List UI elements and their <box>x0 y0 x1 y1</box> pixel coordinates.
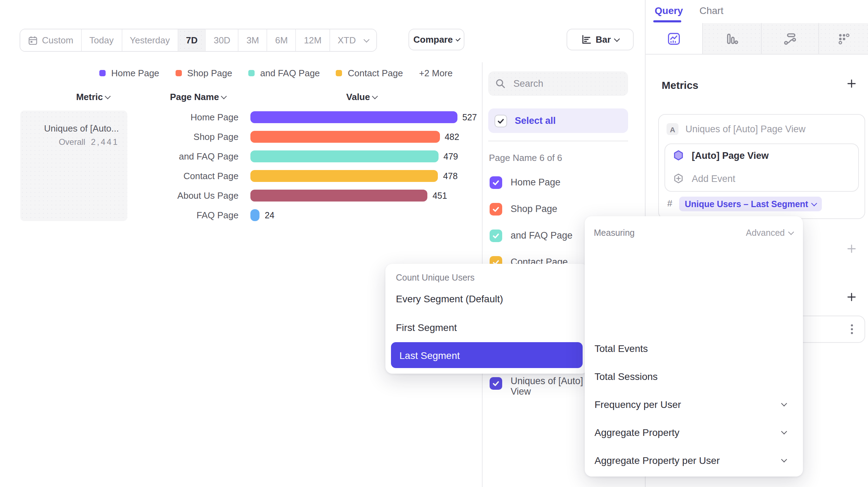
chevron-down-icon <box>811 200 817 206</box>
legend-item[interactable]: Home Page <box>99 68 159 78</box>
kebab-menu-icon[interactable] <box>851 324 853 337</box>
overall-label: Overall <box>59 137 85 147</box>
filter-item-home-page[interactable]: Home Page <box>490 176 561 189</box>
tab-chart[interactable]: Chart <box>699 5 723 16</box>
event-row[interactable]: [Auto] Page View <box>673 150 769 161</box>
retention-dots-icon <box>837 32 850 45</box>
column-header-page-name[interactable]: Page Name <box>163 92 233 102</box>
advanced-toggle[interactable]: Advanced <box>746 228 793 238</box>
chart-row: FAQ Page 24 <box>101 209 275 221</box>
chevron-down-icon <box>456 36 461 41</box>
funnel-bars-icon <box>725 32 739 45</box>
legend-item[interactable]: Shop Page <box>175 68 232 78</box>
value-bar[interactable] <box>250 131 440 143</box>
select-all-row[interactable]: Select all <box>488 108 628 133</box>
menu-item-frequency-per-user[interactable]: Frequency per User <box>595 399 793 410</box>
value-bar[interactable] <box>250 170 438 182</box>
search-input[interactable] <box>512 78 613 90</box>
sort-chevron-icon <box>105 93 111 99</box>
date-range-6m[interactable]: 6M <box>268 29 296 51</box>
metric-card-header[interactable]: A Uniques of [Auto] Page View <box>667 123 805 135</box>
calendar-icon <box>28 35 38 45</box>
event-label: [Auto] Page View <box>692 150 769 161</box>
legend-swatch <box>99 70 106 76</box>
value-bar[interactable] <box>250 150 439 162</box>
legend-item[interactable]: Contact Page <box>336 68 403 78</box>
date-range-yesterday[interactable]: Yesterday <box>122 29 178 51</box>
checkbox-checked[interactable] <box>490 230 502 242</box>
event-hexagon-icon <box>673 150 684 161</box>
menu-item-total-sessions[interactable]: Total Sessions <box>595 371 658 382</box>
value-bar[interactable] <box>250 190 428 202</box>
active-tab-underline <box>653 20 681 22</box>
row-label: and FAQ Page <box>101 151 239 162</box>
menu-item-last-segment-selected[interactable]: Last Segment <box>391 342 583 368</box>
chevron-down-icon <box>788 229 794 235</box>
filter-item-shop-page[interactable]: Shop Page <box>490 203 557 216</box>
chart-row: and FAQ Page 479 <box>101 150 458 162</box>
chevron-down-icon <box>781 457 787 463</box>
metrics-section-title: Metrics <box>662 79 698 91</box>
date-range-today[interactable]: Today <box>82 29 122 51</box>
chart-legend: Home Page Shop Page and FAQ Page Contact… <box>99 68 453 78</box>
chevron-down-icon <box>363 36 369 42</box>
value-label: 479 <box>443 151 458 161</box>
column-header-metric[interactable]: Metric <box>58 92 128 102</box>
menu-item-every-segment[interactable]: Every Segment (Default) <box>396 293 503 304</box>
row-label: Home Page <box>101 112 239 122</box>
measure-pill[interactable]: Unique Users – Last Segment <box>679 197 822 211</box>
metric-letter-badge: A <box>667 123 678 135</box>
compare-button[interactable]: Compare <box>408 29 464 50</box>
bar-chart-icon <box>581 34 591 45</box>
value-label: 24 <box>265 210 275 220</box>
insights-report: Custom Today Yesterday 7D 30D 3M 6M 12M … <box>0 0 868 487</box>
menu-item-aggregate-property-per-user[interactable]: Aggregate Property per User <box>595 455 793 466</box>
add-breakdown-plus-icon[interactable] <box>846 292 857 302</box>
menu-item-first-segment[interactable]: First Segment <box>396 322 457 333</box>
date-range-3m[interactable]: 3M <box>239 29 268 51</box>
date-range-custom[interactable]: Custom <box>20 29 82 51</box>
sort-chevron-icon <box>372 93 378 99</box>
chart-row: Shop Page 482 <box>101 131 459 143</box>
add-metric-plus-icon[interactable] <box>846 78 857 89</box>
row-label: Contact Page <box>101 171 239 181</box>
add-event-label: Add Event <box>692 173 735 184</box>
measuring-menu-title: Measuring <box>594 228 635 238</box>
menu-item-aggregate-property[interactable]: Aggregate Property <box>595 427 793 438</box>
chart-row: About Us Page 451 <box>101 190 447 202</box>
checkbox-checked[interactable] <box>490 377 502 390</box>
tab-insights[interactable] <box>646 23 702 54</box>
date-range-xtd[interactable]: XTD <box>330 29 376 51</box>
chart-type-button[interactable]: Bar <box>567 29 634 50</box>
legend-more[interactable]: +2 More <box>419 68 453 78</box>
tab-flows[interactable] <box>761 23 818 54</box>
chevron-down-icon <box>781 401 787 407</box>
value-label: 451 <box>433 191 447 200</box>
metric-cell[interactable]: Uniques of [Auto... Overall2,441 <box>20 111 127 221</box>
checkbox-checked[interactable] <box>490 176 502 189</box>
row-label: FAQ Page <box>101 210 239 220</box>
tab-funnels[interactable] <box>702 23 761 54</box>
legend-swatch <box>248 70 255 76</box>
list-divider <box>488 141 628 141</box>
date-range-label: Custom <box>42 35 73 45</box>
date-range-30d[interactable]: 30D <box>206 29 239 51</box>
tab-retention[interactable] <box>818 23 868 54</box>
segment-menu-title: Count Unique Users <box>396 273 475 283</box>
add-event-icon <box>673 173 684 184</box>
date-range-7d[interactable]: 7D <box>178 29 206 51</box>
add-filter-plus-icon[interactable] <box>846 244 857 254</box>
add-event-row[interactable]: Add Event <box>673 173 735 184</box>
segment-menu: Count Unique Users Every Segment (Defaul… <box>385 264 588 374</box>
date-range-12m[interactable]: 12M <box>296 29 330 51</box>
menu-item-total-events[interactable]: Total Events <box>595 343 648 354</box>
select-all-checkbox[interactable] <box>495 114 507 127</box>
column-header-value[interactable]: Value <box>327 92 397 102</box>
tab-query[interactable]: Query <box>655 5 683 16</box>
filter-item-and-faq-page[interactable]: and FAQ Page <box>490 230 572 242</box>
value-bar[interactable] <box>250 209 260 221</box>
checkbox-checked[interactable] <box>490 203 502 216</box>
flows-icon <box>783 32 797 45</box>
value-bar[interactable] <box>250 111 457 123</box>
legend-item[interactable]: and FAQ Page <box>248 68 320 78</box>
